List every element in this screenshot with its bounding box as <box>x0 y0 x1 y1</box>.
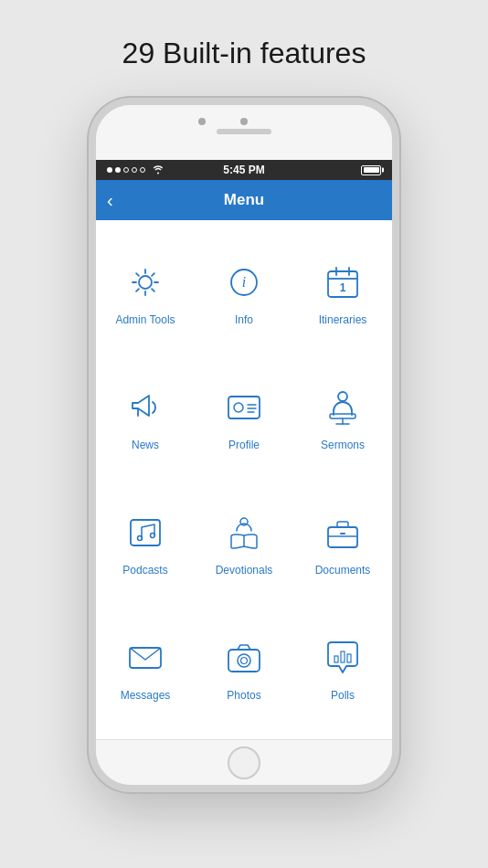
svg-point-29 <box>241 657 248 663</box>
profile-label: Profile <box>228 439 260 451</box>
svg-rect-30 <box>334 656 338 662</box>
battery-icon <box>361 165 381 175</box>
devotionals-icon <box>220 509 268 556</box>
menu-item-itineraries[interactable]: 1 Itineraries <box>293 229 392 355</box>
menu-item-news[interactable]: News <box>96 355 195 480</box>
admin-tools-icon <box>122 259 169 306</box>
wifi-icon <box>152 164 164 176</box>
camera-icon <box>240 118 248 125</box>
status-bar: 5:45 PM <box>96 160 392 180</box>
nav-title: Menu <box>224 191 264 209</box>
phone-screen: 5:45 PM ‹ Menu Admin Too <box>96 160 392 739</box>
phone-shell: 5:45 PM ‹ Menu Admin Too <box>89 98 399 792</box>
signal-dot-2 <box>115 167 121 173</box>
svg-point-10 <box>234 403 243 412</box>
nav-bar: ‹ Menu <box>96 180 392 220</box>
menu-item-polls[interactable]: Polls <box>293 605 392 730</box>
signal-area <box>107 164 164 176</box>
svg-text:1: 1 <box>340 281 346 294</box>
phone-top <box>96 105 392 160</box>
profile-icon <box>220 384 268 431</box>
signal-dot-3 <box>123 167 129 173</box>
itineraries-icon: 1 <box>319 259 366 306</box>
svg-point-0 <box>139 276 152 289</box>
menu-item-messages[interactable]: Messages <box>96 605 195 730</box>
menu-item-profile[interactable]: Profile <box>195 355 293 480</box>
svg-point-19 <box>138 535 143 540</box>
documents-icon <box>319 509 366 556</box>
front-camera-icon <box>198 118 206 125</box>
battery-fill <box>364 167 379 173</box>
signal-dot-5 <box>140 167 145 173</box>
speaker-icon <box>217 129 271 134</box>
podcasts-label: Podcasts <box>122 564 167 577</box>
home-button[interactable] <box>228 746 260 779</box>
menu-item-photos[interactable]: Photos <box>195 605 293 730</box>
svg-text:i: i <box>242 274 246 290</box>
news-icon <box>122 384 169 431</box>
status-time: 5:45 PM <box>223 164 264 176</box>
polls-label: Polls <box>331 689 355 702</box>
svg-point-28 <box>238 654 250 667</box>
itineraries-label: Itineraries <box>319 313 367 326</box>
messages-icon <box>122 634 169 682</box>
admin-tools-label: Admin Tools <box>115 313 175 326</box>
devotionals-label: Devotionals <box>216 564 273 577</box>
svg-rect-31 <box>341 651 345 662</box>
svg-rect-9 <box>228 397 260 418</box>
sermons-icon <box>319 384 366 431</box>
svg-point-20 <box>151 533 155 537</box>
signal-dot-1 <box>107 167 112 173</box>
svg-point-14 <box>338 392 347 401</box>
battery-area <box>361 165 381 175</box>
news-label: News <box>132 439 159 451</box>
photos-icon <box>220 634 268 682</box>
menu-item-sermons[interactable]: Sermons <box>293 355 392 480</box>
podcasts-icon <box>122 509 169 556</box>
menu-item-documents[interactable]: Documents <box>293 480 392 605</box>
menu-item-devotionals[interactable]: Devotionals <box>195 480 293 605</box>
info-label: Info <box>235 313 253 326</box>
menu-grid: Admin Tools i Info <box>96 220 392 739</box>
svg-rect-18 <box>131 520 160 545</box>
menu-item-podcasts[interactable]: Podcasts <box>96 480 195 605</box>
phone-bottom <box>96 739 392 785</box>
info-icon: i <box>220 259 268 306</box>
documents-label: Documents <box>315 564 371 577</box>
menu-item-admin-tools[interactable]: Admin Tools <box>96 229 195 355</box>
polls-icon <box>319 634 366 682</box>
page-title: 29 Built-in features <box>122 37 366 70</box>
menu-item-info[interactable]: i Info <box>195 229 293 355</box>
signal-dot-4 <box>132 167 137 173</box>
messages-label: Messages <box>121 689 171 702</box>
svg-rect-27 <box>228 650 260 672</box>
photos-label: Photos <box>227 689 260 702</box>
svg-rect-23 <box>328 527 357 547</box>
svg-rect-32 <box>347 654 351 662</box>
back-button[interactable]: ‹ <box>107 190 113 211</box>
sermons-label: Sermons <box>321 439 365 451</box>
